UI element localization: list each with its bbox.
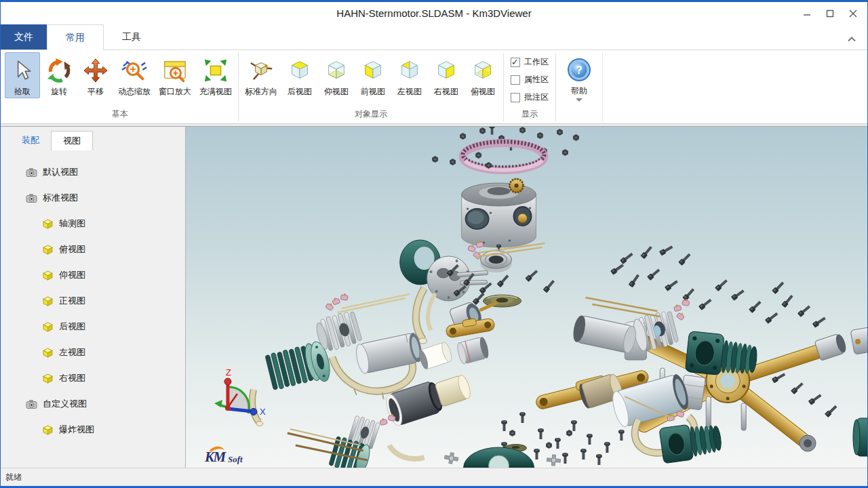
group-label-basic: 基本 [2, 107, 238, 123]
piston-center-white[interactable] [417, 341, 453, 370]
help-button[interactable]: ? 帮助 [558, 52, 600, 102]
tab-common[interactable]: 常用 [47, 24, 104, 50]
tree-item-label: 默认视图 [43, 166, 78, 178]
axis-label-z: Z [226, 367, 231, 378]
tab-tools[interactable]: 工具 [104, 24, 159, 49]
tree-item-label: 正视图 [59, 295, 85, 307]
close-button[interactable] [842, 5, 865, 22]
view-cube-icon [41, 270, 54, 281]
tree-item-label: 仰视图 [59, 269, 85, 281]
tree-item-standard-views[interactable]: 标准视图 [1, 185, 185, 211]
clipped-parts-right[interactable] [850, 326, 867, 456]
tree-item-label: 右视图 [59, 372, 85, 384]
tree-item-label: 俯视图 [59, 243, 85, 256]
kmsoft-logo: KM Soft [204, 447, 243, 465]
standard-orientation-icon [247, 56, 275, 85]
app-window: HAHN-Sternmotor.SLDASM - Km3DViewer 文件 常… [0, 0, 868, 488]
chevron-up-icon [848, 37, 856, 42]
checkbox-box [511, 58, 520, 67]
help-dropdown-icon [576, 98, 583, 102]
pick-cursor-icon [8, 56, 37, 85]
tree-item-label: 左视图 [59, 346, 85, 359]
tree-item-label: 爆炸视图 [59, 424, 94, 436]
window-zoom-button[interactable]: 窗口放大 [155, 52, 195, 98]
back-view-button[interactable]: 后视图 [282, 52, 317, 98]
status-bar: 就绪 [1, 468, 867, 486]
logo-km: KM [204, 449, 226, 465]
title-bar: HAHN-Sternmotor.SLDASM - Km3DViewer [1, 2, 867, 24]
checkbox-box [511, 75, 520, 85]
tree-item-right-view[interactable]: 右视图 [1, 365, 185, 391]
standard-orientation-button[interactable]: 标准方向 [241, 52, 281, 98]
checkbox-properties[interactable]: 属性区 [511, 74, 549, 85]
axis-label-x: X [260, 407, 266, 417]
tree-item-left-view[interactable]: 左视图 [1, 340, 185, 365]
gear-ring[interactable] [463, 142, 545, 170]
cylinder-left[interactable] [264, 340, 333, 394]
minimize-button[interactable] [795, 5, 818, 22]
camera-icon [25, 192, 37, 203]
cube-top-icon [469, 56, 497, 85]
tree-item-front-view[interactable]: 正视图 [1, 288, 185, 314]
checkbox-workspace[interactable]: 工作区 [511, 56, 549, 68]
status-text: 就绪 [5, 472, 22, 483]
tree-item-label: 后视图 [59, 321, 85, 333]
tree-item-default-view[interactable]: 默认视图 [1, 159, 185, 185]
bottom-view-button[interactable]: 仰视图 [319, 52, 354, 98]
dynamic-zoom-button[interactable]: 动态缩放 [115, 52, 154, 98]
tab-views[interactable]: 视图 [51, 131, 93, 150]
logo-soft: Soft [228, 454, 243, 464]
maximize-button[interactable] [818, 5, 842, 22]
main-area: 装配 视图 默认视图 标准视图 轴测图 俯视图 [1, 127, 867, 468]
piston-center-ringed[interactable] [456, 336, 490, 365]
fit-view-button[interactable]: 充满视图 [196, 52, 235, 98]
sleeve-gray-right[interactable] [571, 314, 637, 354]
pan-button[interactable]: 平移 [78, 52, 113, 98]
checkbox-label: 属性区 [524, 74, 549, 85]
top-view-button[interactable]: 俯视图 [465, 52, 500, 98]
cube-bottom-icon [322, 56, 351, 85]
window-zoom-icon [161, 56, 189, 85]
tree-item-axonometric[interactable]: 轴测图 [1, 211, 185, 237]
left-view-button[interactable]: 左视图 [392, 52, 427, 98]
tree-item-bottom-view[interactable]: 仰视图 [1, 262, 185, 288]
cube-front-icon [359, 56, 387, 85]
rotate-button[interactable]: 旋转 [41, 52, 77, 98]
minimize-icon [803, 9, 811, 18]
cube-left-icon [395, 56, 424, 85]
tree-item-label: 自定义视图 [43, 398, 87, 410]
tree-item-back-view[interactable]: 后视图 [1, 314, 185, 340]
view-cube-icon [41, 218, 54, 229]
collapse-ribbon-button[interactable] [844, 33, 859, 45]
view-cube-icon [41, 244, 54, 255]
right-view-button[interactable]: 右视图 [429, 52, 464, 98]
dynamic-zoom-icon [120, 56, 149, 85]
rotate-icon [45, 56, 73, 85]
ribbon-group-object-display: 标准方向 后视图 [239, 51, 503, 123]
tree-item-label: 轴测图 [59, 218, 85, 230]
front-view-button[interactable]: 前视图 [355, 52, 391, 98]
fit-view-icon [201, 56, 230, 85]
camera-icon [25, 399, 37, 409]
checkbox-annotations[interactable]: 批注区 [511, 92, 549, 103]
tree-item-top-view[interactable]: 俯视图 [1, 237, 185, 262]
maximize-icon [826, 9, 834, 18]
tab-file[interactable]: 文件 [1, 24, 47, 49]
tab-assembly[interactable]: 装配 [10, 131, 51, 150]
ribbon-group-basic: 拾取 旋转 [2, 51, 238, 123]
group-label-display: 显示 [504, 107, 555, 123]
close-icon [849, 9, 857, 18]
drum-gear [510, 179, 524, 192]
tree-item-exploded-view[interactable]: 爆炸视图 [1, 417, 185, 443]
ribbon-tab-row: 文件 常用 工具 [1, 24, 867, 49]
tree-item-label: 标准视图 [43, 192, 78, 204]
ribbon-separator [602, 53, 603, 121]
viewport-canvas[interactable]: Z X KM Soft [186, 127, 867, 468]
checkbox-label: 批注区 [524, 92, 549, 103]
viewport[interactable]: Z X KM Soft [186, 127, 867, 468]
crankcase[interactable] [462, 179, 536, 253]
pick-button[interactable]: 拾取 [5, 52, 40, 98]
tree-item-custom-views[interactable]: 自定义视图 [1, 391, 185, 417]
view-cube-icon [41, 321, 54, 332]
view-cube-icon [41, 373, 54, 384]
